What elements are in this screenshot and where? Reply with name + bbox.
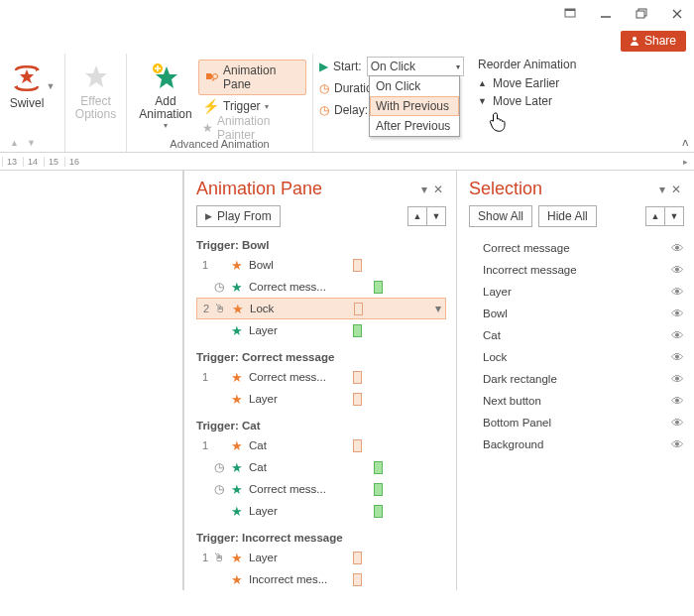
selection-item[interactable]: Incorrect message👁	[469, 259, 684, 281]
chevron-down-icon: ▾	[265, 102, 269, 111]
add-animation-label: Add Animation	[139, 95, 191, 121]
eye-icon[interactable]: 👁	[671, 416, 684, 431]
play-from-button[interactable]: ▶ Play From	[196, 205, 281, 227]
anim-row[interactable]: ◷ ★ Cat	[196, 456, 446, 478]
anim-row[interactable]: 1🖱 ★ Layer	[196, 547, 446, 568]
effect-options-button: Effect Options	[71, 58, 120, 121]
animation-pane-button[interactable]: Animation Pane	[198, 60, 306, 95]
start-play-icon: ▶	[319, 60, 328, 73]
timing-bar	[374, 281, 383, 294]
selection-item[interactable]: Bottom Panel👁	[469, 412, 684, 433]
animation-pane-title: Animation Pane	[196, 179, 418, 199]
eye-icon[interactable]: 👁	[671, 328, 684, 343]
close-window-icon[interactable]	[670, 7, 684, 21]
triangle-down-icon: ▼	[478, 96, 487, 106]
anim-row-selected[interactable]: 2🖱 ★ Lock ▾	[196, 298, 446, 319]
mouse-icon: 🖱	[213, 551, 225, 564]
selection-item[interactable]: Dark rectangle👁	[469, 368, 684, 390]
trigger-bowl: Trigger: Bowl	[196, 239, 446, 251]
selection-item[interactable]: Lock👁	[469, 346, 684, 368]
move-down-button[interactable]: ▼	[426, 206, 446, 226]
gallery-up-icon[interactable]: ▲	[10, 138, 19, 148]
timing-bar	[353, 573, 362, 586]
triangle-up-icon: ▲	[651, 211, 660, 221]
svg-rect-4	[636, 11, 644, 18]
panel-menu-icon[interactable]: ▾	[418, 183, 430, 196]
ribbon-options-icon[interactable]	[563, 7, 577, 21]
ruler-tab-icon[interactable]: ▸	[683, 157, 694, 167]
triangle-up-icon: ▲	[413, 211, 422, 221]
selection-item[interactable]: Background👁	[469, 433, 684, 455]
share-icon	[629, 35, 640, 47]
chevron-down-icon: ▾	[164, 121, 168, 130]
anim-row[interactable]: ◷ ★ Correct mess...	[196, 478, 446, 500]
move-earlier-button[interactable]: ▲Move Earlier	[478, 74, 576, 92]
eye-icon[interactable]: 👁	[671, 263, 684, 278]
dd-after-previous[interactable]: After Previous	[370, 116, 459, 136]
share-label: Share	[644, 34, 676, 48]
effect-options-icon	[80, 62, 112, 93]
close-icon[interactable]: ✕	[668, 183, 684, 196]
timing-bar	[353, 324, 362, 337]
dd-on-click[interactable]: On Click	[370, 76, 459, 96]
selection-item[interactable]: Next button👁	[469, 390, 684, 412]
selection-item-label: Incorrect message	[483, 264, 663, 276]
selection-item[interactable]: Correct message👁	[469, 237, 684, 259]
selection-item[interactable]: Bowl👁	[469, 303, 684, 324]
selection-item[interactable]: Layer👁	[469, 281, 684, 303]
animation-pane-icon	[205, 70, 219, 84]
eye-icon[interactable]: 👁	[671, 241, 684, 256]
start-dropdown-menu: On Click With Previous After Previous	[369, 75, 460, 137]
eye-icon[interactable]: 👁	[671, 372, 684, 387]
star-icon: ★	[230, 572, 244, 587]
hide-all-button[interactable]: Hide All	[538, 205, 597, 227]
star-icon: ★	[230, 504, 244, 519]
eye-icon[interactable]: 👁	[671, 437, 684, 452]
timing-bar	[374, 483, 383, 496]
anim-row[interactable]: 1 ★ Bowl	[196, 254, 446, 276]
anim-row[interactable]: ★ Incorrect mes...	[196, 568, 446, 590]
panel-menu-icon[interactable]: ▾	[656, 183, 668, 196]
anim-row[interactable]: ◷ ★ Correct mess...	[196, 276, 446, 298]
show-all-button[interactable]: Show All	[469, 205, 532, 227]
svg-point-9	[213, 74, 218, 79]
collapse-ribbon-icon[interactable]: ʌ	[682, 136, 689, 149]
move-up-button[interactable]: ▲	[645, 206, 665, 226]
anim-row[interactable]: ★ Layer	[196, 319, 446, 341]
eye-icon[interactable]: 👁	[671, 285, 684, 300]
chevron-down-icon[interactable]: ▾	[435, 302, 445, 315]
star-icon: ★	[230, 370, 244, 385]
add-animation-button[interactable]: Add Animation ▾	[133, 58, 198, 130]
eye-icon[interactable]: 👁	[671, 394, 684, 409]
star-icon: ★	[230, 482, 244, 497]
timing-bar	[353, 259, 362, 272]
move-up-button[interactable]: ▲	[407, 206, 427, 226]
move-down-button[interactable]: ▼	[664, 206, 684, 226]
play-icon: ▶	[205, 211, 212, 221]
eye-icon[interactable]: 👁	[671, 350, 684, 365]
close-icon[interactable]: ✕	[430, 183, 446, 196]
timing-bar	[353, 552, 362, 564]
selection-item-label: Bottom Panel	[483, 417, 663, 429]
minimize-icon[interactable]	[599, 7, 613, 21]
clock-icon: ◷	[213, 280, 225, 294]
anim-row[interactable]: ★ Layer	[196, 388, 446, 410]
anim-row[interactable]: 1 ★ Correct mess...	[196, 366, 446, 388]
anim-row[interactable]: 1 ★ Cat	[196, 434, 446, 456]
selection-item[interactable]: Cat👁	[469, 324, 684, 346]
eye-icon[interactable]: 👁	[671, 307, 684, 321]
gallery-more-icon[interactable]: ▼	[27, 138, 36, 148]
restore-icon[interactable]	[635, 7, 648, 21]
chevron-down-icon: ▼	[46, 81, 55, 91]
start-dropdown[interactable]: On Click ▾	[367, 57, 464, 76]
dd-with-previous[interactable]: With Previous	[370, 96, 459, 116]
star-icon: ★	[230, 460, 244, 475]
swivel-effect-button[interactable]: Swivel ▼	[6, 58, 59, 110]
selection-item-label: Lock	[483, 351, 663, 363]
share-button[interactable]: Share	[621, 31, 686, 52]
trigger-incorrect: Trigger: Incorrect message	[196, 532, 446, 544]
timing-bar	[353, 371, 362, 384]
star-icon: ★	[230, 438, 244, 453]
move-later-button[interactable]: ▼Move Later	[478, 92, 576, 110]
anim-row[interactable]: ★ Layer	[196, 500, 446, 522]
